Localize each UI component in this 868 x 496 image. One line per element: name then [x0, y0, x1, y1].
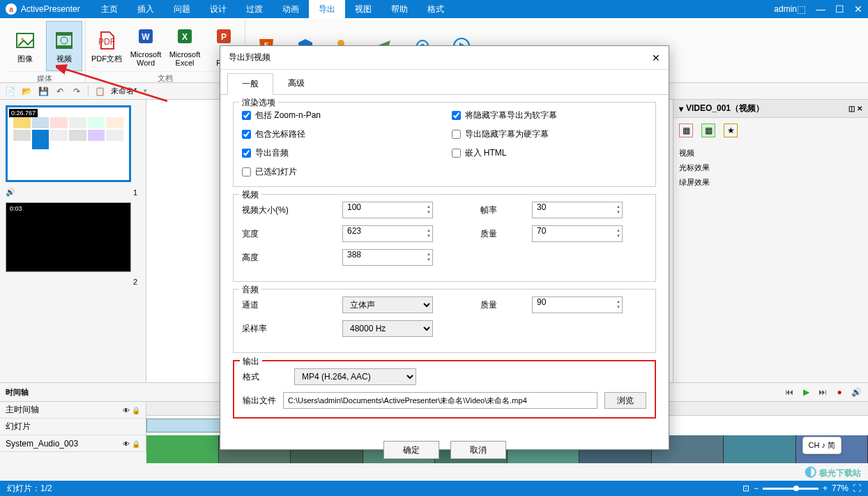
- ribbon-group-label: 媒体: [7, 71, 82, 85]
- slide-panel: 0:26.767 🔊 1 0:03 2: [0, 100, 146, 382]
- tab-insert[interactable]: 插入: [128, 0, 164, 19]
- zoom-control[interactable]: ⊡ − + 77% ⛶: [743, 483, 861, 493]
- fit-icon[interactable]: ⊡: [743, 483, 749, 493]
- ok-button[interactable]: 确定: [383, 441, 439, 459]
- track-main[interactable]: 主时间轴: [0, 402, 146, 419]
- redo-icon[interactable]: ↷: [71, 86, 82, 97]
- audio-quality-input[interactable]: 90▲▼: [532, 296, 623, 313]
- menu-tabs: 主页 插入 问题 设计 过渡 动画 导出 视图 帮助 格式: [91, 0, 454, 19]
- eye-icon[interactable]: [123, 405, 130, 415]
- check-zoom-pan[interactable]: 包括 Zoom-n-Pan: [242, 110, 438, 121]
- format-select[interactable]: MP4 (H.264, AAC): [294, 368, 416, 385]
- check-embed-html[interactable]: 嵌入 HTML: [452, 147, 648, 159]
- export-word-button[interactable]: W Microsoft Word: [128, 21, 164, 71]
- title-bar: a ActivePresenter 主页 插入 问题 设计 过渡 动画 导出 视…: [0, 0, 868, 18]
- tl-next-icon[interactable]: ⏭: [816, 386, 829, 398]
- svg-rect-4: [56, 45, 72, 48]
- tab-view[interactable]: 视图: [345, 0, 381, 19]
- track-slide[interactable]: 幻灯片: [0, 419, 146, 435]
- check-audio[interactable]: 导出音频: [242, 147, 438, 159]
- excel-icon: X: [174, 25, 196, 47]
- lock-icon[interactable]: [132, 405, 140, 415]
- video-quality-input[interactable]: 70▲▼: [532, 225, 623, 242]
- channel-select[interactable]: 立体声: [342, 296, 433, 313]
- video-group: 视频 视频大小(%) 100▲▼ 帧率 30▲▼ 宽度 623▲▼ 质量 70▲…: [233, 194, 656, 282]
- tl-play-icon[interactable]: ▶: [800, 386, 812, 398]
- tool-1-icon[interactable]: ▦: [679, 123, 693, 137]
- tab-format[interactable]: 格式: [418, 0, 454, 19]
- tab-design[interactable]: 设计: [200, 0, 236, 19]
- image-icon: [14, 29, 36, 52]
- ribbon-group-label: 文档: [89, 71, 242, 85]
- slide-thumb-1[interactable]: 0:26.767: [6, 105, 131, 182]
- ime-badge[interactable]: CH ♪ 简: [802, 437, 842, 454]
- video-icon: [53, 29, 75, 52]
- fps-input[interactable]: 30▲▼: [532, 202, 623, 218]
- close-icon[interactable]: ✕: [854, 3, 862, 15]
- dialog-title: 导出到视频: [229, 52, 271, 63]
- check-cursor[interactable]: 包含光标路径: [242, 128, 438, 140]
- word-icon: W: [135, 25, 157, 47]
- prop-item[interactable]: 视频: [679, 146, 862, 160]
- dialog-close-icon[interactable]: ✕: [652, 52, 660, 63]
- maximize-icon[interactable]: ☐: [835, 3, 844, 15]
- prop-item[interactable]: 光标效果: [679, 160, 862, 175]
- timeline-clip[interactable]: [146, 419, 230, 433]
- tab-home[interactable]: 主页: [91, 0, 128, 19]
- slide-counter: 幻灯片：1/2: [7, 483, 52, 495]
- audio-icon: 🔊: [6, 188, 15, 197]
- tool-2-icon[interactable]: ▦: [701, 123, 715, 137]
- dialog-tab-advanced[interactable]: 高级: [273, 73, 319, 94]
- properties-panel: ▾ VIDEO_001（视频） ◫ ✕ ▦ ▦ ★ 视频 光标效果 绿屏效果: [673, 100, 868, 382]
- tool-3-icon[interactable]: ★: [724, 123, 738, 137]
- export-excel-button[interactable]: X Microsoft Excel: [167, 21, 203, 71]
- prop-item[interactable]: 绿屏效果: [679, 175, 862, 190]
- render-options-group: 渲染选项 包括 Zoom-n-Pan 将隐藏字幕导出为软字幕 包含光标路径 导出…: [233, 102, 656, 187]
- tl-prev-icon[interactable]: ⏮: [783, 386, 795, 398]
- zoom-out-icon[interactable]: −: [754, 483, 759, 493]
- tab-export[interactable]: 导出: [309, 0, 345, 19]
- video-size-input[interactable]: 100▲▼: [342, 202, 433, 218]
- sample-rate-select[interactable]: 48000 Hz: [342, 320, 433, 337]
- tab-question[interactable]: 问题: [164, 0, 200, 19]
- check-selected-slides[interactable]: 已选幻灯片: [242, 166, 438, 178]
- check-hard-cc[interactable]: 导出隐藏字幕为硬字幕: [452, 128, 648, 140]
- eye-icon[interactable]: [123, 439, 130, 449]
- export-image-button[interactable]: 图像: [7, 21, 43, 71]
- dialog-tab-general[interactable]: 一般: [227, 73, 273, 95]
- minimize-icon[interactable]: —: [816, 3, 825, 15]
- export-video-button[interactable]: 视频: [46, 21, 82, 71]
- lock-icon[interactable]: [132, 439, 140, 449]
- save-icon[interactable]: 💾: [38, 86, 49, 97]
- tab-help[interactable]: 帮助: [381, 0, 418, 19]
- svg-text:PDF: PDF: [98, 37, 115, 47]
- svg-text:W: W: [142, 32, 150, 42]
- app-name: ActivePresenter: [21, 4, 80, 14]
- fullscreen-icon[interactable]: ⛶: [853, 483, 861, 493]
- status-bar: 幻灯片：1/2 ⊡ − + 77% ⛶: [0, 481, 868, 496]
- browse-button[interactable]: 浏览: [604, 392, 646, 409]
- app-logo: a: [6, 3, 17, 15]
- output-group: 输出 格式 MP4 (H.264, AAC) 输出文件 浏览: [233, 360, 656, 419]
- open-icon[interactable]: 📂: [21, 86, 32, 97]
- tl-vol-icon[interactable]: 🔊: [850, 386, 862, 398]
- collapse-ribbon-icon[interactable]: ⬚: [797, 3, 806, 15]
- height-input[interactable]: 388▲▼: [342, 249, 433, 266]
- cancel-button[interactable]: 取消: [450, 441, 506, 459]
- ppt-icon: P: [213, 25, 235, 47]
- tl-record-icon[interactable]: ●: [833, 386, 846, 398]
- new-icon[interactable]: 📄: [4, 86, 15, 97]
- document-title: 未命名*: [111, 86, 137, 96]
- tab-transition[interactable]: 过渡: [236, 0, 273, 19]
- output-file-input[interactable]: [283, 392, 597, 409]
- tab-animation[interactable]: 动画: [273, 0, 309, 19]
- undo-icon[interactable]: ↶: [54, 86, 66, 97]
- zoom-in-icon[interactable]: +: [823, 483, 828, 493]
- user-label[interactable]: admin: [774, 4, 797, 14]
- slide-thumb-2[interactable]: 0:03: [6, 202, 131, 272]
- width-input[interactable]: 623▲▼: [342, 225, 433, 242]
- svg-rect-3: [56, 33, 72, 36]
- export-pdf-button[interactable]: PDF PDF文档: [89, 21, 125, 71]
- check-soft-cc[interactable]: 将隐藏字幕导出为软字幕: [452, 110, 648, 121]
- track-audio[interactable]: System_Audio_003: [0, 435, 146, 452]
